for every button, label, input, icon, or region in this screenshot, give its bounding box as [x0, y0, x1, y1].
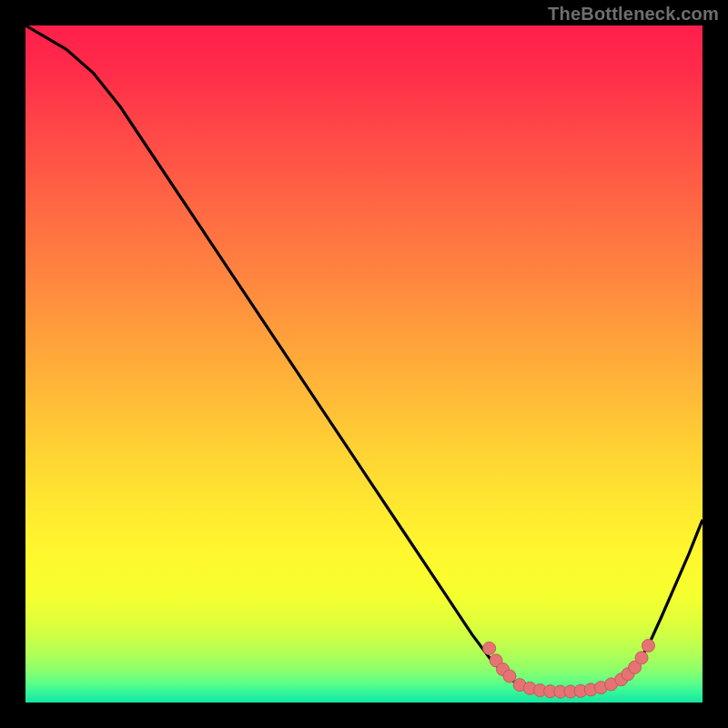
bottleneck-line-chart — [25, 25, 703, 703]
chart-frame — [25, 25, 703, 703]
attribution-text: TheBottleneck.com — [548, 4, 719, 25]
curve-marker — [503, 670, 516, 682]
chart-background-gradient — [25, 25, 703, 703]
curve-marker — [635, 652, 648, 664]
curve-marker — [642, 640, 654, 652]
curve-marker — [483, 642, 496, 654]
